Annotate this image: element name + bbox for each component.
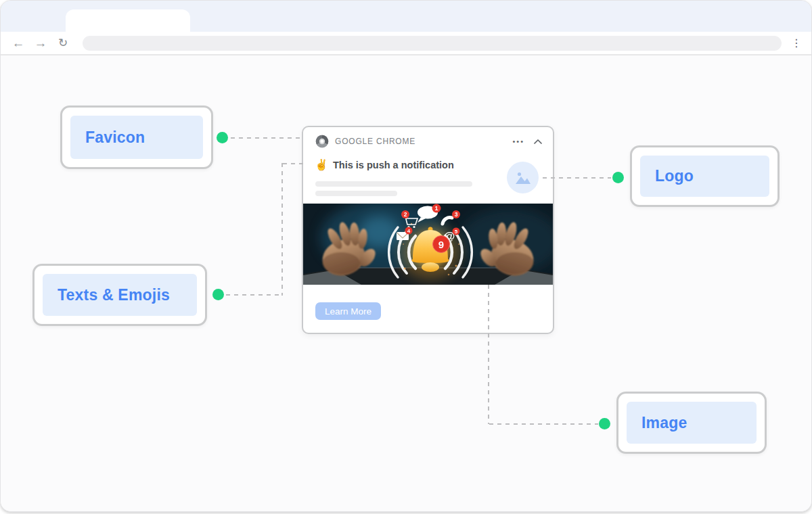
notification-title-row: ✌ This is push a notification xyxy=(315,158,454,171)
body-placeholder-line xyxy=(315,191,397,196)
badge-count: 5 xyxy=(455,229,458,235)
badge-count: 1 xyxy=(434,205,438,212)
badge-count: 3 xyxy=(455,211,458,218)
texts-emojis-callout: Texts & Emojis xyxy=(32,264,207,326)
badge-count: 2 xyxy=(404,211,407,218)
connector-texts-h1 xyxy=(226,294,281,296)
notification-hero-image: @ 1 2 3 4 5 9 xyxy=(303,204,553,285)
connector-favicon xyxy=(231,137,302,139)
logo-callout-label: Logo xyxy=(640,156,769,197)
browser-tab[interactable] xyxy=(66,9,190,32)
logo-placeholder xyxy=(507,162,539,193)
connector-texts-h2 xyxy=(283,163,303,164)
favicon-callout: Favicon xyxy=(60,106,213,169)
notification-header: GOOGLE CHROME ••• xyxy=(315,134,542,149)
image-placeholder-icon xyxy=(515,171,531,185)
reload-icon[interactable]: ↻ xyxy=(55,32,71,54)
push-notification-card[interactable]: GOOGLE CHROME ••• ✌ This is push a notif… xyxy=(302,126,554,334)
bell-badge-count: 9 xyxy=(438,239,444,250)
victory-hand-emoji: ✌ xyxy=(315,158,328,171)
texts-dot xyxy=(212,289,224,300)
chevron-up-icon xyxy=(534,139,542,145)
browser-window: ← → ↻ ⋮ Favicon Texts & Emojis Logo Imag… xyxy=(0,0,812,512)
badge-count: 4 xyxy=(407,228,411,234)
favicon-callout-label: Favicon xyxy=(70,116,203,159)
favicon-dot xyxy=(217,132,228,143)
connector-texts-v xyxy=(281,163,283,296)
logo-callout: Logo xyxy=(630,145,780,207)
bell-hands-illustration: @ 1 2 3 4 5 9 xyxy=(303,204,553,285)
image-callout-label: Image xyxy=(627,402,757,444)
address-bar[interactable] xyxy=(83,36,782,51)
learn-more-button[interactable]: Learn More xyxy=(315,302,381,320)
more-options-icon[interactable]: ••• xyxy=(512,137,524,145)
back-icon[interactable]: ← xyxy=(10,32,26,54)
browser-menu-icon[interactable]: ⋮ xyxy=(791,37,802,49)
image-callout: Image xyxy=(616,392,767,454)
notification-title: This is push a notification xyxy=(333,160,454,170)
texts-emojis-callout-label: Texts & Emojis xyxy=(43,274,197,316)
connector-image-h xyxy=(489,423,598,425)
notification-source: GOOGLE CHROME xyxy=(335,137,415,146)
connector-logo xyxy=(543,177,611,179)
tab-strip xyxy=(1,1,811,32)
forward-icon[interactable]: → xyxy=(32,32,49,54)
connector-image-v xyxy=(488,285,489,424)
chrome-favicon-icon xyxy=(315,135,329,148)
browser-toolbar: ← → ↻ ⋮ xyxy=(1,32,811,54)
image-dot xyxy=(599,418,610,429)
collapse-button[interactable] xyxy=(534,139,542,145)
body-placeholder-line xyxy=(315,181,472,187)
logo-dot xyxy=(612,172,624,183)
